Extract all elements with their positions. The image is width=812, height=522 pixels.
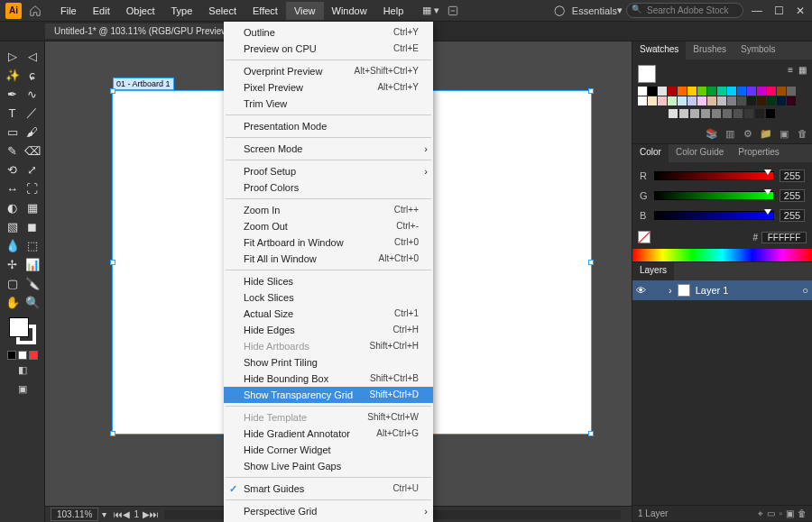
view-zoom-in[interactable]: Zoom InCtrl++ — [224, 202, 433, 218]
menu-type[interactable]: Type — [163, 2, 201, 20]
r-slider[interactable] — [654, 171, 774, 180]
view-lock-slices[interactable]: Lock Slices — [224, 289, 433, 306]
zoom-tool[interactable]: 🔍 — [23, 293, 42, 311]
swatch[interactable] — [766, 109, 775, 118]
fill-stroke-control[interactable] — [9, 317, 36, 344]
artboard-nav-prev-icon[interactable]: ◀ — [123, 509, 130, 519]
direct-selection-tool[interactable]: ◁ — [23, 47, 42, 65]
tab-color-guide[interactable]: Color Guide — [669, 144, 731, 162]
draw-mode[interactable]: ◧ — [9, 361, 36, 379]
close-button[interactable]: ✕ — [794, 5, 807, 17]
new-group-icon[interactable]: 📁 — [760, 127, 772, 140]
view-perspective-grid[interactable]: Perspective Grid — [224, 503, 433, 519]
view-proof-setup[interactable]: Proof Setup — [224, 163, 433, 179]
menu-help[interactable]: Help — [375, 2, 412, 20]
view-preview-on-cpu[interactable]: Preview on CPUCtrl+E — [224, 41, 433, 57]
mesh-tool[interactable]: ▧ — [4, 217, 22, 235]
swatch[interactable] — [727, 87, 736, 96]
curvature-tool[interactable]: ∿ — [23, 85, 42, 103]
show-kinds-icon[interactable]: ▥ — [724, 127, 736, 140]
swatch[interactable] — [687, 87, 697, 96]
swatch[interactable] — [777, 96, 786, 105]
layer-name[interactable]: Layer 1 — [696, 285, 729, 296]
swatch[interactable] — [678, 87, 687, 96]
color-mode-toggles[interactable] — [7, 351, 38, 360]
swatch[interactable] — [787, 96, 796, 105]
eraser-tool[interactable]: ⌫ — [23, 142, 42, 160]
rotate-tool[interactable]: ⟲ — [4, 160, 22, 179]
b-value[interactable]: 255 — [780, 209, 805, 222]
slice-tool[interactable]: 🔪 — [23, 274, 42, 292]
swatch[interactable] — [658, 87, 667, 96]
gpu-icon[interactable] — [447, 5, 459, 17]
delete-swatch-icon[interactable]: 🗑 — [796, 127, 808, 140]
swatch[interactable] — [723, 109, 732, 118]
menu-edit[interactable]: Edit — [85, 2, 118, 20]
artboard-nav-next-icon[interactable]: ▶ — [143, 509, 150, 519]
view-proof-colors[interactable]: Proof Colors — [224, 179, 433, 196]
swatch[interactable] — [767, 87, 776, 96]
swatch[interactable] — [744, 109, 753, 118]
paintbrush-tool[interactable]: 🖌 — [23, 123, 42, 141]
tab-symbols[interactable]: Symbols — [734, 41, 782, 60]
lasso-tool[interactable]: ɕ — [23, 66, 42, 84]
current-swatch[interactable] — [638, 65, 656, 83]
arrange-docs-icon[interactable]: ▦ ▾ — [422, 5, 439, 16]
eyedropper-tool[interactable]: 💧 — [4, 236, 22, 254]
search-stock-input[interactable]: Search Adobe Stock — [626, 3, 743, 18]
perspective-grid-tool[interactable]: ▦ — [23, 198, 42, 216]
tab-swatches[interactable]: Swatches — [632, 41, 686, 60]
view-hide-corner-widget[interactable]: Hide Corner Widget — [224, 442, 433, 458]
swatch[interactable] — [668, 87, 677, 96]
view-hide-edges[interactable]: Hide EdgesCtrl+H — [224, 322, 433, 338]
symbol-sprayer-tool[interactable]: ✢ — [4, 255, 22, 273]
view-screen-mode[interactable]: Screen Mode — [224, 141, 433, 157]
pen-tool[interactable]: ✒ — [4, 85, 22, 103]
swatch[interactable] — [747, 96, 756, 105]
swatch[interactable] — [747, 87, 756, 96]
swatch[interactable] — [679, 109, 688, 118]
type-tool[interactable]: T — [4, 104, 22, 122]
swatch[interactable] — [697, 87, 706, 96]
tab-color[interactable]: Color — [632, 144, 669, 162]
minimize-button[interactable]: — — [751, 5, 763, 17]
selection-tool[interactable]: ▷ — [4, 47, 22, 65]
new-swatch-icon[interactable]: ▣ — [778, 127, 790, 140]
swatch[interactable] — [648, 96, 657, 105]
menu-object[interactable]: Object — [118, 2, 163, 20]
delete-layer-icon[interactable]: 🗑 — [798, 508, 807, 519]
g-value[interactable]: 255 — [780, 189, 805, 202]
swatch[interactable] — [707, 87, 716, 96]
tab-properties[interactable]: Properties — [731, 144, 787, 162]
view-presentation-mode[interactable]: Presentation Mode — [224, 118, 433, 134]
swatch[interactable] — [712, 109, 721, 118]
swatch[interactable] — [737, 87, 746, 96]
zoom-chevron-icon[interactable]: ▾ — [102, 509, 106, 519]
maximize-button[interactable]: ☐ — [772, 5, 785, 17]
view-overprint-preview[interactable]: Overprint PreviewAlt+Shift+Ctrl+Y — [224, 63, 433, 79]
swatch[interactable] — [727, 96, 736, 105]
document-tab[interactable]: Untitled-1* @ 103.11% (RGB/GPU Preview) … — [45, 23, 253, 39]
swatch[interactable] — [658, 96, 667, 105]
view-trim-view[interactable]: Trim View — [224, 96, 433, 112]
menu-effect[interactable]: Effect — [245, 2, 286, 20]
artboard-tool[interactable]: ▢ — [4, 274, 22, 292]
artboard-nav-last-icon[interactable]: ⏭ — [150, 509, 159, 519]
new-layer-icon[interactable]: ▣ — [786, 508, 794, 519]
blend-tool[interactable]: ⬚ — [23, 236, 42, 254]
rectangle-tool[interactable]: ▭ — [4, 123, 22, 141]
view-show-print-tiling[interactable]: Show Print Tiling — [224, 354, 433, 371]
swatch[interactable] — [767, 96, 776, 105]
artboard-label[interactable]: 01 - Artboard 1 — [113, 78, 174, 90]
swatch[interactable] — [668, 96, 677, 105]
swatch[interactable] — [678, 96, 687, 105]
workspace-switcher[interactable]: Essentials ▾ — [572, 5, 623, 16]
expand-icon[interactable]: › — [669, 285, 672, 296]
view-hide-gradient-annotator[interactable]: Hide Gradient AnnotatorAlt+Ctrl+G — [224, 426, 433, 442]
view-fit-all-in-window[interactable]: Fit All in WindowAlt+Ctrl+0 — [224, 251, 433, 267]
swatch[interactable] — [737, 96, 746, 105]
scale-tool[interactable]: ⤢ — [23, 160, 42, 179]
magic-wand-tool[interactable]: ✨ — [4, 66, 22, 84]
hand-tool[interactable]: ✋ — [4, 293, 22, 311]
swatch[interactable] — [734, 109, 743, 118]
